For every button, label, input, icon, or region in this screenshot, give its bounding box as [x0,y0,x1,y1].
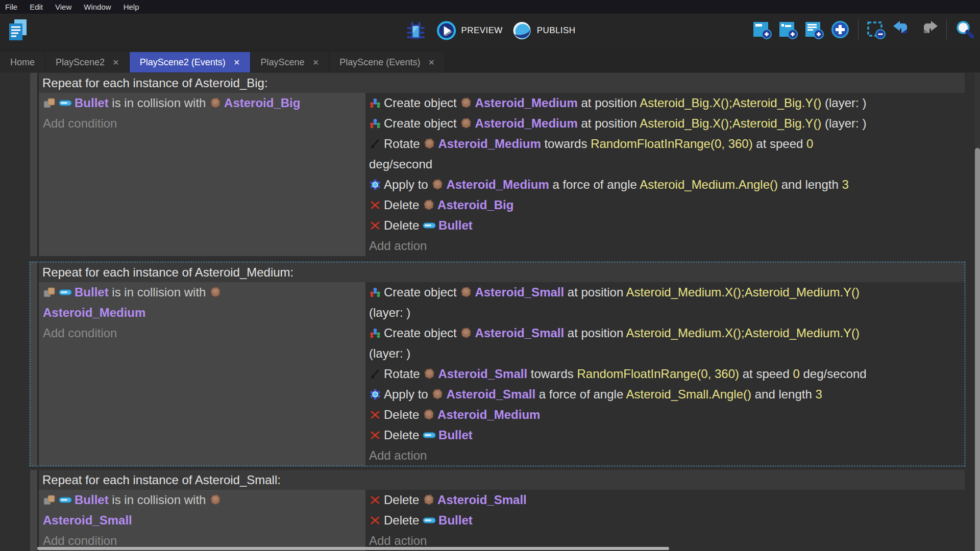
asteroid-icon [209,97,222,109]
menu-edit[interactable]: Edit [30,3,43,11]
debug-button[interactable] [405,19,427,42]
action-row[interactable]: Delete Asteroid_Big [369,195,965,215]
action-row[interactable]: Rotate Asteroid_Medium towards RandomFlo… [369,134,965,154]
tab-playscene2[interactable]: PlayScene2× [45,52,130,72]
condition-row[interactable]: Bullet is in collision with Asteroid_Big [43,93,365,113]
menu-help[interactable]: Help [124,3,139,11]
tab-playscene-events[interactable]: PlayScene (Events)× [329,52,445,72]
condition-row[interactable]: Asteroid_Medium [43,303,365,323]
event-drag-handle[interactable] [30,73,39,256]
tab-playscene2-events[interactable]: PlayScene2 (Events)× [130,52,251,72]
action-row[interactable]: Rotate Asteroid_Small towards RandomFloa… [369,364,965,384]
event-drag-handle[interactable] [30,262,39,466]
object-name: Asteroid_Small [475,285,564,299]
action-row[interactable]: Apply to Asteroid_Medium a force of angl… [369,174,965,195]
preview-button[interactable]: PREVIEW [436,20,503,41]
action-row[interactable]: Delete Asteroid_Medium [369,405,965,425]
object-name: Asteroid_Small [475,326,564,340]
action-row[interactable]: (layer: ) [369,303,965,323]
action-row[interactable]: Create object Asteroid_Small at position… [369,323,965,343]
toolbar-separator [946,19,947,40]
add-event-button[interactable] [752,19,772,40]
event-header[interactable]: Repeat for each instance of Asteroid_Sma… [39,470,965,490]
tab-close-icon[interactable]: × [428,57,434,67]
add-action-button[interactable]: Add action [369,445,965,466]
action-row[interactable]: Delete Bullet [369,215,965,236]
bullet-icon [59,289,72,296]
action-row[interactable]: Apply to Asteroid_Small a force of angle… [369,384,965,405]
add-circle-button[interactable] [830,19,850,40]
menu-file[interactable]: File [5,3,17,11]
bullet-icon [423,222,436,229]
object-name: Asteroid_Medium [475,116,577,130]
row-text: Apply to [384,387,431,401]
horizontal-scrollbar-thumb[interactable] [37,547,669,550]
asteroid-icon [460,327,472,339]
asteroid-icon [423,494,435,506]
row-text: deg/second [800,367,867,381]
asteroid-icon [431,388,444,400]
condition-row[interactable]: Bullet is in collision with [43,282,365,303]
add-comment-button[interactable] [804,19,824,40]
action-row[interactable]: Delete Bullet [369,425,965,445]
action-row[interactable]: Create object Asteroid_Small at position… [369,282,965,303]
add-subevent-button[interactable] [778,19,798,40]
tab-label: PlayScene (Events) [339,57,420,68]
menu-bar: FileEditViewWindowHelp [0,0,980,14]
conditions-column: Bullet is in collision with Asteroid_Med… [39,282,365,466]
tab-home[interactable]: Home [0,52,45,72]
row-text: at position [564,285,626,299]
delete-icon [369,219,381,232]
object-name: Asteroid_Small [446,387,535,401]
asteroid-icon [460,117,472,130]
add-condition-button[interactable]: Add condition [43,323,365,343]
row-text: (layer: ) [369,346,410,360]
expression: Asteroid_Big.X();Asteroid_Big.Y() [640,96,821,110]
redo-button[interactable] [918,19,939,40]
tab-playscene[interactable]: PlayScene× [251,52,330,72]
tab-close-icon[interactable]: × [113,57,119,67]
asteroid-icon [423,368,435,380]
asteroid-icon [423,409,435,421]
action-row[interactable]: Delete Bullet [369,510,965,531]
row-text: Create object [384,96,460,110]
vertical-scrollbar-thumb[interactable] [975,148,980,551]
project-manager-button[interactable] [6,18,30,42]
action-row[interactable]: Create object Asteroid_Medium at positio… [369,93,965,113]
tab-close-icon[interactable]: × [313,57,319,67]
row-text: at speed [739,367,793,381]
event-drag-handle[interactable] [30,470,39,551]
event-header[interactable]: Repeat for each instance of Asteroid_Med… [39,262,965,282]
menu-view[interactable]: View [55,3,71,11]
add-action-button[interactable]: Add action [369,236,965,256]
action-row[interactable]: Create object Asteroid_Medium at positio… [369,113,965,134]
delete-selection-button[interactable] [866,19,887,40]
tabs: HomePlayScene2×PlayScene2 (Events)×PlayS… [0,52,445,72]
row-text: Delete [384,493,423,507]
expression: RandomFloatInRange(0, 360) [577,367,740,381]
gdevelop-window: FileEditViewWindowHelp PREVIEW PUBLISH H… [0,0,980,551]
event-header[interactable]: Repeat for each instance of Asteroid_Big… [39,73,965,93]
menu-window[interactable]: Window [84,3,111,11]
delete-icon [369,409,381,421]
action-row[interactable]: Delete Asteroid_Small [369,490,965,510]
tab-close-icon[interactable]: × [234,57,240,67]
action-row[interactable]: deg/second [369,154,965,174]
add-condition-button[interactable]: Add condition [43,113,365,134]
events-sheet: Repeat for each instance of Asteroid_Big… [0,72,980,551]
action-row[interactable]: (layer: ) [369,343,965,364]
row-text: towards [541,137,591,151]
rotate-icon [369,368,381,380]
delete-icon [369,494,381,506]
expression: 3 [842,178,848,191]
undo-button[interactable] [892,19,913,40]
row-text: deg/second [369,157,432,171]
expression: 0 [806,137,813,151]
publish-button[interactable]: PUBLISH [512,20,576,41]
force-icon [369,179,381,191]
condition-row[interactable]: Asteroid_Small [43,510,365,531]
row-text: a force of angle [549,178,640,191]
condition-row[interactable]: Bullet is in collision with [43,490,365,510]
search-button[interactable] [954,19,975,40]
conditions-column: Bullet is in collision with Asteroid_Sma… [39,490,365,551]
